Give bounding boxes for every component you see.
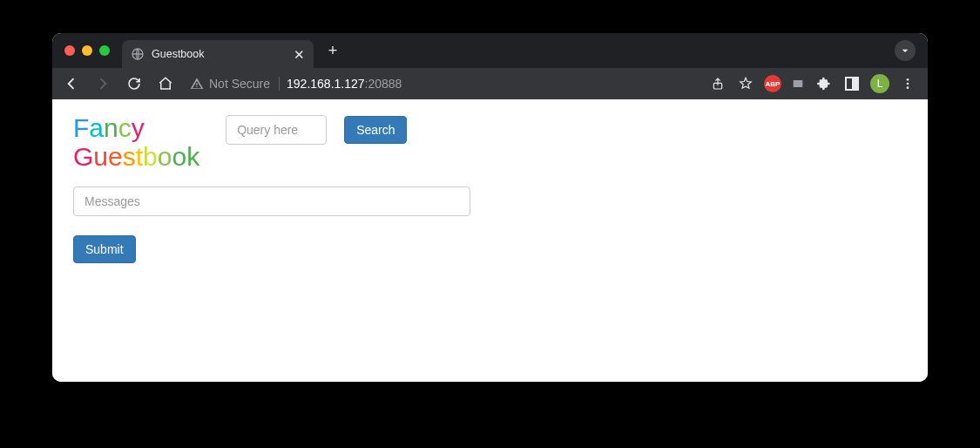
adblock-extension-icon[interactable]: ABP (764, 75, 781, 92)
url-port: :20888 (365, 77, 402, 91)
profile-button[interactable]: L (870, 74, 889, 93)
svg-point-5 (907, 86, 909, 89)
panel-icon (845, 77, 859, 91)
side-panel-button[interactable] (842, 74, 862, 93)
search-button[interactable]: Search (344, 116, 407, 144)
browser-window: Guestbook ✕ + Not Secure (52, 33, 928, 382)
security-label: Not Secure (209, 77, 270, 91)
svg-point-4 (907, 83, 909, 85)
tab-title: Guestbook (152, 48, 287, 60)
new-tab-button[interactable]: + (321, 38, 345, 63)
forward-button[interactable] (91, 71, 115, 96)
address-bar[interactable]: Not Secure 192.168.1.127:20888 (185, 77, 701, 91)
security-badge[interactable]: Not Secure (190, 77, 280, 91)
search-form: Search (226, 115, 407, 145)
back-button[interactable] (59, 71, 84, 96)
globe-icon (131, 47, 145, 61)
share-button[interactable] (708, 74, 727, 93)
url-host: 192.168.1.127 (287, 77, 365, 91)
bookmark-button[interactable] (736, 74, 755, 93)
close-tab-button[interactable]: ✕ (294, 48, 305, 61)
maximize-window-button[interactable] (99, 45, 110, 56)
messages-input[interactable] (73, 187, 470, 216)
extensions-button[interactable] (814, 74, 834, 93)
browser-toolbar: Not Secure 192.168.1.127:20888 ABP (52, 68, 928, 99)
toolbar-actions: ABP L (708, 74, 921, 93)
query-input[interactable] (226, 115, 327, 145)
window-controls (59, 45, 115, 56)
warning-icon (190, 77, 204, 91)
page-content: FancyGuestbook Search Submit (52, 99, 928, 382)
svg-point-3 (907, 78, 909, 81)
extension-icon[interactable] (790, 76, 806, 92)
page-title: FancyGuestbook (73, 113, 199, 171)
svg-rect-2 (794, 80, 803, 87)
home-button[interactable] (153, 71, 178, 96)
menu-button[interactable] (898, 74, 917, 93)
browser-tab[interactable]: Guestbook ✕ (122, 40, 314, 68)
tabs-dropdown-button[interactable] (895, 40, 916, 61)
minimize-window-button[interactable] (82, 45, 92, 56)
tab-bar: Guestbook ✕ + (52, 33, 928, 68)
submit-button[interactable]: Submit (73, 235, 136, 263)
reload-button[interactable] (122, 71, 146, 96)
plus-icon: + (328, 42, 338, 60)
close-window-button[interactable] (64, 45, 75, 56)
